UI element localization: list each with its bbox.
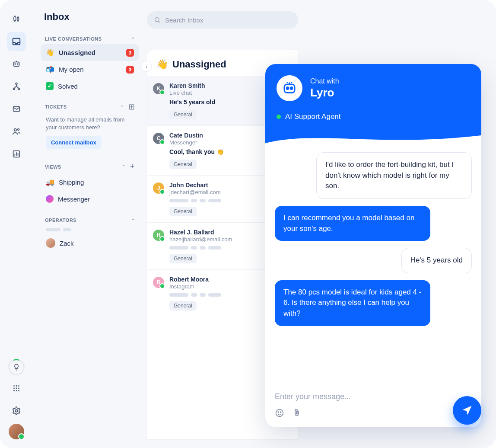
conv-tag: General xyxy=(169,110,197,119)
avatar xyxy=(46,238,55,248)
svg-point-2 xyxy=(15,64,16,64)
wave-icon: 👋 xyxy=(156,59,168,70)
svg-point-17 xyxy=(13,390,15,391)
rail-user-avatar[interactable] xyxy=(9,424,24,439)
bot-avatar-icon xyxy=(277,75,302,101)
bot-message: I can recommend you a model based on you… xyxy=(275,206,430,241)
section-live-conversations[interactable]: LIVE CONVERSATIONS ⌃ xyxy=(41,34,139,44)
search-icon xyxy=(154,16,161,23)
page-title: Inbox xyxy=(41,11,139,22)
online-dot-icon xyxy=(277,115,281,119)
svg-point-8 xyxy=(14,129,17,131)
operator-skeleton xyxy=(41,225,139,234)
collapse-list-button[interactable]: ‹ xyxy=(141,61,152,72)
chevron-up-icon: ⌃ xyxy=(131,218,135,223)
search-bar[interactable] xyxy=(147,11,298,29)
rail-logo-icon[interactable] xyxy=(7,10,26,29)
rail-settings-icon[interactable] xyxy=(7,401,26,420)
rail-bot-icon[interactable] xyxy=(7,54,26,74)
svg-point-18 xyxy=(16,390,17,391)
svg-point-15 xyxy=(16,388,17,389)
rail-mail-icon[interactable] xyxy=(7,99,26,118)
conv-tag: General xyxy=(169,207,197,216)
chat-input[interactable] xyxy=(275,392,472,401)
bot-message: The 80 pcs model is ideal for kids aged … xyxy=(275,280,430,326)
svg-point-19 xyxy=(18,390,19,391)
chat-header: Chat with Lyro AI Support Agent xyxy=(265,64,481,143)
sidebar-item-solved[interactable]: ✓ Solved xyxy=(41,78,139,94)
messenger-icon xyxy=(46,195,54,203)
svg-point-4 xyxy=(16,83,17,85)
user-message: I'd like to order the fort-building kit,… xyxy=(316,152,472,199)
unassigned-badge: 3 xyxy=(126,49,134,57)
wave-icon: 👋 xyxy=(46,48,54,57)
chat-bot-name: Lyro xyxy=(310,86,339,99)
sidebar-item-messenger[interactable]: Messenger xyxy=(41,191,139,207)
user-message: He's 5 years old xyxy=(401,248,472,273)
rail-flows-icon[interactable] xyxy=(7,77,26,96)
sidebar-item-unassigned[interactable]: 👋 Unassigned 3 xyxy=(41,44,139,61)
avatar: K xyxy=(153,83,164,94)
chat-status: AI Support Agent xyxy=(285,112,341,121)
avatar: J xyxy=(153,182,164,194)
svg-point-20 xyxy=(15,410,18,412)
svg-rect-22 xyxy=(284,84,295,93)
connect-mailbox-button[interactable]: Connect mailbox xyxy=(46,136,102,149)
svg-point-9 xyxy=(18,129,19,131)
attachment-icon[interactable] xyxy=(292,408,302,418)
svg-point-14 xyxy=(13,388,15,389)
svg-point-5 xyxy=(13,88,15,90)
svg-point-12 xyxy=(16,385,17,387)
add-ticket-icon[interactable]: ⊞ xyxy=(128,102,135,112)
myopen-badge: 3 xyxy=(126,66,134,74)
svg-point-24 xyxy=(290,87,293,90)
search-input[interactable] xyxy=(165,16,291,24)
add-view-icon[interactable]: + xyxy=(130,162,135,171)
sidebar: Inbox LIVE CONVERSATIONS ⌃ 👋 Unassigned … xyxy=(33,0,143,448)
svg-point-16 xyxy=(18,388,19,389)
convlist-title: Unassigned xyxy=(172,59,226,70)
section-tickets[interactable]: TICKETS ⌃ ⊞ xyxy=(41,99,139,114)
chat-messages: I'd like to order the fort-building kit,… xyxy=(265,143,481,381)
sidebar-item-my-open[interactable]: 📬 My open 3 xyxy=(41,61,139,78)
svg-point-13 xyxy=(18,385,19,387)
sidebar-item-shipping[interactable]: 🚚 Shipping xyxy=(41,174,139,191)
chevron-up-icon: ⌃ xyxy=(131,37,135,42)
nav-rail xyxy=(0,0,33,448)
rail-apps-icon[interactable] xyxy=(7,379,26,398)
avatar: C xyxy=(153,133,164,144)
mailbox-icon: 📬 xyxy=(46,65,54,74)
chat-widget: Chat with Lyro AI Support Agent I'd like… xyxy=(265,64,481,427)
avatar: R xyxy=(153,277,164,288)
emoji-icon[interactable] xyxy=(275,408,284,418)
rail-tips-icon[interactable] xyxy=(8,359,25,375)
rail-contacts-icon[interactable] xyxy=(7,122,26,141)
conv-tag: General xyxy=(169,301,197,310)
avatar: H xyxy=(153,230,164,241)
rail-inbox-icon[interactable] xyxy=(7,32,26,51)
svg-point-26 xyxy=(278,412,279,413)
svg-point-27 xyxy=(280,412,281,413)
send-button[interactable] xyxy=(453,396,481,425)
conv-tag: General xyxy=(169,160,197,169)
svg-point-21 xyxy=(155,18,159,22)
truck-icon: 🚚 xyxy=(46,178,54,186)
conv-tag: General xyxy=(169,254,197,263)
chat-with-label: Chat with xyxy=(310,77,339,85)
operator-zack[interactable]: Zack xyxy=(41,234,139,252)
tickets-note: Want to manage all emails from your cust… xyxy=(41,114,139,136)
section-views[interactable]: VIEWS ⌃ + xyxy=(41,160,139,174)
check-icon: ✓ xyxy=(46,82,54,90)
svg-point-6 xyxy=(18,88,20,90)
chevron-up-icon: ⌃ xyxy=(122,164,126,169)
svg-point-3 xyxy=(17,64,18,64)
svg-point-25 xyxy=(276,410,283,417)
rail-analytics-icon[interactable] xyxy=(7,144,26,163)
section-operators[interactable]: OPERATORS ⌃ xyxy=(41,215,139,225)
svg-point-11 xyxy=(13,385,15,387)
chevron-up-icon: ⌃ xyxy=(120,105,124,109)
svg-point-23 xyxy=(286,87,289,90)
